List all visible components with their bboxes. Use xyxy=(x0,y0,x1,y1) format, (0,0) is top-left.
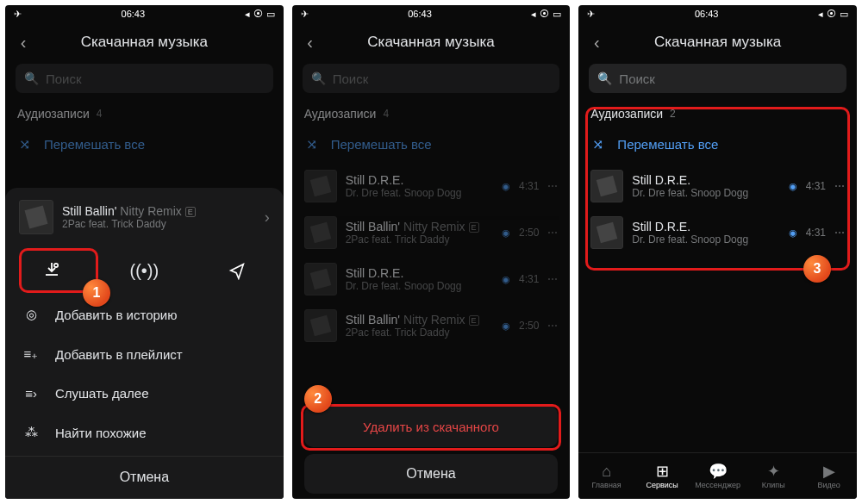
track-row[interactable]: Still D.R.E.Dr. Dre feat. Snoop Dogg ◉4:… xyxy=(292,163,571,209)
more-icon[interactable]: ⋯ xyxy=(834,227,845,239)
listen-next[interactable]: ≡› Слушать далее xyxy=(5,374,284,413)
panel-1: ✈ 06:43 ◂⦿▭ ‹ Скачанная музыка 🔍 Поиск А… xyxy=(5,5,284,499)
search-input[interactable]: 🔍 Поиск xyxy=(589,64,846,93)
playlist-add-icon: ≡₊ xyxy=(22,346,40,362)
track-cover xyxy=(590,216,623,249)
home-icon: ⌂ xyxy=(602,464,611,479)
status-bar: ✈ 06:43 ◂⦿▭ xyxy=(292,5,571,22)
page-title: Скачанная музыка xyxy=(585,34,850,51)
track-row[interactable]: Still Ballin' Nitty RemixE2Pac feat. Tri… xyxy=(292,209,571,256)
search-input[interactable]: 🔍 Поиск xyxy=(303,64,560,93)
shuffle-all[interactable]: ⤨ Перемешать все xyxy=(5,126,284,163)
panel-2: ✈ 06:43 ◂⦿▭ ‹ Скачанная музыка 🔍 Поиск А… xyxy=(292,5,571,499)
track-row[interactable]: Still Ballin' Nitty RemixE2Pac feat. Tri… xyxy=(292,302,571,349)
nav-home[interactable]: ⌂Главная xyxy=(578,453,634,499)
clips-icon: ✦ xyxy=(767,464,780,479)
track-row[interactable]: Still D.R.E.Dr. Dre feat. Snoop Dogg ◉4:… xyxy=(292,256,571,302)
find-similar[interactable]: ⁂ Найти похожие xyxy=(5,413,284,452)
header: ‹ Скачанная музыка xyxy=(5,22,284,62)
shuffle-icon: ⤨ xyxy=(592,136,603,152)
page-title: Скачанная музыка xyxy=(299,34,564,51)
track-cover xyxy=(304,263,337,296)
downloaded-icon: ◉ xyxy=(502,227,510,239)
magic-icon: ⁂ xyxy=(22,425,40,440)
section-header: Аудиозаписи2 xyxy=(578,102,857,126)
panel-3: ✈ 06:43 ◂⦿▭ ‹ Скачанная музыка 🔍 Поиск А… xyxy=(578,5,857,499)
track-cover xyxy=(590,170,623,202)
search-placeholder: Поиск xyxy=(46,72,82,86)
cancel-button[interactable]: Отмена xyxy=(304,454,559,494)
remove-download-button[interactable] xyxy=(5,252,98,289)
header: ‹ Скачанная музыка xyxy=(292,22,571,62)
track-row[interactable]: Still D.R.E.Dr. Dre feat. Snoop Dogg ◉4:… xyxy=(578,209,857,256)
status-bar: ✈ 06:43 ◂⦿▭ xyxy=(5,5,284,22)
search-icon: 🔍 xyxy=(597,72,612,85)
broadcast-button[interactable]: ((•)) xyxy=(98,252,191,289)
more-icon[interactable]: ⋯ xyxy=(547,180,558,192)
status-bar: ✈ 06:43 ◂⦿▭ xyxy=(578,5,857,22)
track-cover xyxy=(304,216,337,249)
queue-icon: ≡› xyxy=(22,386,40,401)
more-icon[interactable]: ⋯ xyxy=(547,273,558,285)
section-header: Аудиозаписи4 xyxy=(292,102,571,126)
header: ‹ Скачанная музыка xyxy=(578,22,857,62)
downloaded-icon: ◉ xyxy=(502,274,510,285)
add-to-story[interactable]: ◎ Добавить в историю xyxy=(5,295,284,334)
shuffle-icon: ⤨ xyxy=(306,136,317,152)
search-icon: 🔍 xyxy=(24,72,39,85)
callout-badge-3: 3 xyxy=(803,255,831,283)
downloaded-icon: ◉ xyxy=(502,181,510,192)
shuffle-all[interactable]: ⤨ Перемешать все xyxy=(292,126,571,163)
services-icon: ⊞ xyxy=(656,464,669,479)
add-to-playlist[interactable]: ≡₊ Добавить в плейлист xyxy=(5,334,284,374)
now-playing-row[interactable]: Still Ballin' Nitty RemixE 2Pac feat. Tr… xyxy=(5,188,284,246)
track-row[interactable]: Still D.R.E.Dr. Dre feat. Snoop Dogg ◉4:… xyxy=(578,163,857,209)
messenger-icon: 💬 xyxy=(709,464,728,479)
shuffle-icon: ⤨ xyxy=(19,136,30,152)
downloaded-icon: ◉ xyxy=(789,181,797,192)
chevron-right-icon: › xyxy=(265,208,270,227)
search-icon: 🔍 xyxy=(311,72,326,85)
search-input[interactable]: 🔍 Поиск xyxy=(16,64,273,93)
video-icon: ▶ xyxy=(823,464,835,479)
downloaded-icon: ◉ xyxy=(789,227,797,239)
track-cover xyxy=(304,170,337,202)
section-header: Аудиозаписи4 xyxy=(5,102,284,126)
action-sheet: Still Ballin' Nitty RemixE 2Pac feat. Tr… xyxy=(5,188,284,499)
track-cover xyxy=(19,200,53,234)
cancel-button[interactable]: Отмена xyxy=(5,456,284,497)
quick-actions-row: ((•)) xyxy=(5,246,284,295)
share-button[interactable] xyxy=(191,252,284,289)
nav-clips[interactable]: ✦Клипы xyxy=(746,453,802,499)
shuffle-all[interactable]: ⤨ Перемешать все xyxy=(578,126,857,163)
more-icon[interactable]: ⋯ xyxy=(547,320,558,332)
track-cover xyxy=(304,309,337,342)
nav-services[interactable]: ⊞Сервисы xyxy=(634,453,690,499)
more-icon[interactable]: ⋯ xyxy=(834,180,845,192)
nav-video[interactable]: ▶Видео xyxy=(801,453,857,499)
bottom-nav: ⌂Главная ⊞Сервисы 💬Мессенджер ✦Клипы ▶Ви… xyxy=(578,452,857,499)
story-icon: ◎ xyxy=(22,307,40,322)
nav-messenger[interactable]: 💬Мессенджер xyxy=(690,453,746,499)
remove-from-downloads[interactable]: Удалить из скачанного xyxy=(304,406,559,447)
page-title: Скачанная музыка xyxy=(12,34,277,51)
more-icon[interactable]: ⋯ xyxy=(547,227,558,239)
downloaded-icon: ◉ xyxy=(502,320,510,332)
